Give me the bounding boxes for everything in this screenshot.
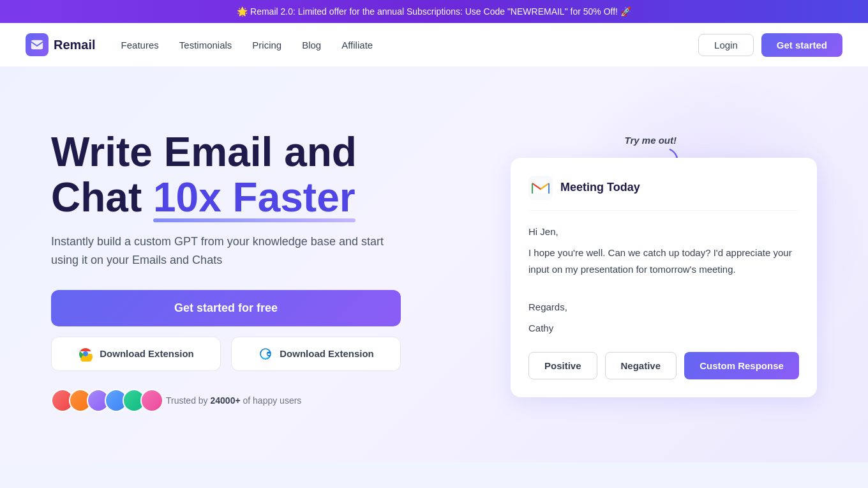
logo-icon: [26, 33, 49, 56]
hero-heading: Write Email and Chat 10x Faster: [51, 130, 434, 220]
edge-extension-label: Download Extension: [280, 348, 374, 359]
negative-button[interactable]: Negative: [605, 352, 677, 379]
email-subject: Meeting Today: [560, 181, 640, 194]
email-body: Hi Jen, I hope you're well. Can we catch…: [528, 224, 799, 337]
nav-link-pricing[interactable]: Pricing: [252, 40, 281, 50]
heading-highlight: 10x Faster: [153, 175, 355, 220]
email-header: Meeting Today: [528, 176, 799, 211]
email-body-text: I hope you're well. Can we catch up toda…: [528, 245, 799, 277]
hero-left: Write Email and Chat 10x Faster Instantl…: [51, 130, 434, 411]
chrome-icon: [78, 346, 93, 362]
hero-section: Write Email and Chat 10x Faster Instantl…: [0, 66, 868, 462]
chrome-extension-button[interactable]: Download Extension: [51, 337, 221, 371]
svg-rect-0: [31, 40, 43, 50]
edge-extension-button[interactable]: Download Extension: [231, 337, 401, 371]
navbar: Remail Features Testimonials Pricing Blo…: [0, 23, 868, 66]
trusted-pre: Trusted by: [166, 395, 211, 406]
avatars-group: [51, 389, 158, 412]
custom-response-button[interactable]: Custom Response: [684, 352, 799, 379]
hero-subtext-line2: using it on your Emails and Chats: [51, 254, 222, 266]
email-greeting: Hi Jen,: [528, 224, 799, 240]
heading-line2: Chat: [51, 174, 153, 220]
email-actions: Positive Negative Custom Response: [528, 352, 799, 379]
email-card: Meeting Today Hi Jen, I hope you're well…: [511, 158, 817, 397]
heading-line1: Write Email and: [51, 129, 357, 175]
logo-text: Remail: [54, 38, 96, 52]
trusted-text: Trusted by 24000+ of happy users: [166, 395, 301, 406]
hero-subtext-line1: Instantly build a custom GPT from your k…: [51, 235, 384, 248]
nav-link-testimonials[interactable]: Testimonials: [179, 40, 232, 50]
try-me-label: Try me out!: [625, 135, 677, 146]
trusted-post: of happy users: [241, 395, 302, 406]
banner-text: 🌟 Remail 2.0: Limited offer for the annu…: [237, 6, 631, 17]
nav-links: Features Testimonials Pricing Blog Affil…: [121, 40, 699, 50]
nav-actions: Login Get started: [698, 33, 842, 57]
trusted-count: 24000+: [211, 395, 241, 406]
nav-link-blog[interactable]: Blog: [302, 40, 321, 50]
nav-link-affiliate[interactable]: Affiliate: [341, 40, 373, 50]
promo-banner: 🌟 Remail 2.0: Limited offer for the annu…: [0, 0, 868, 23]
avatar: [140, 389, 163, 412]
chrome-extension-label: Download Extension: [100, 348, 194, 359]
logo-link[interactable]: Remail: [26, 33, 96, 56]
extension-buttons: Download Extension Download Extension: [51, 337, 401, 371]
gmail-logo-icon: [528, 176, 553, 200]
trusted-section: Trusted by 24000+ of happy users: [51, 389, 401, 412]
hero-right: Try me out!: [434, 145, 817, 397]
edge-icon: [258, 346, 273, 362]
get-started-nav-button[interactable]: Get started: [761, 33, 842, 57]
hero-subtext: Instantly build a custom GPT from your k…: [51, 233, 396, 270]
email-signature-2: Cathy: [528, 320, 799, 337]
hero-cta-button[interactable]: Get started for free: [51, 290, 401, 326]
positive-button[interactable]: Positive: [528, 352, 597, 379]
email-signature-1: Regards,: [528, 299, 799, 316]
nav-link-features[interactable]: Features: [121, 40, 159, 50]
login-button[interactable]: Login: [698, 34, 754, 56]
